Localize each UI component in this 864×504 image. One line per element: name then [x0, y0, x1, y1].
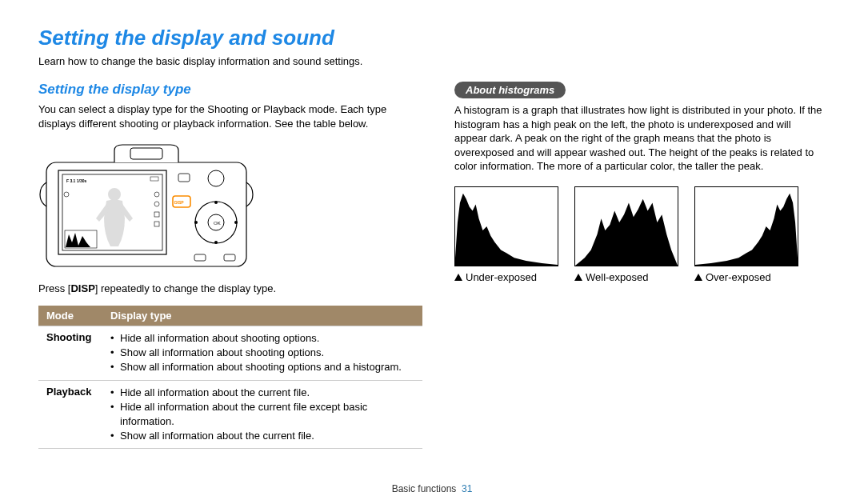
histogram-item: Well-exposed	[574, 186, 678, 283]
histogram-under-exposed	[454, 186, 558, 266]
triangle-icon	[694, 274, 702, 281]
table-head-mode: Mode	[38, 306, 102, 326]
left-column: Setting the display type You can select …	[38, 82, 422, 449]
table-item: Hide all information about the current f…	[110, 400, 414, 429]
svg-rect-20	[178, 174, 190, 182]
section-title: Setting the display type	[38, 82, 422, 98]
disp-key: DISP	[70, 282, 94, 294]
disp-button-label: DISP	[174, 200, 184, 205]
svg-point-12	[208, 170, 224, 186]
instruction-pre: Press [	[38, 282, 70, 294]
right-column: About histograms A histogram is a graph …	[454, 82, 826, 449]
table-item: Show all information about shooting opti…	[110, 346, 414, 360]
table-head-type: Display type	[102, 306, 422, 326]
histogram-caption: Well-exposed	[574, 271, 678, 283]
table-type-cell: Hide all information about shooting opti…	[102, 326, 422, 381]
svg-point-18	[234, 221, 238, 224]
histogram-over-exposed	[694, 186, 798, 266]
page-title: Setting the display and sound	[38, 26, 826, 50]
histogram-item: Over-exposed	[694, 186, 798, 283]
histogram-well-exposed	[574, 186, 678, 266]
histogram-caption: Over-exposed	[694, 271, 798, 283]
svg-text:OK: OK	[214, 221, 221, 226]
triangle-icon	[454, 274, 462, 281]
about-histograms-pill: About histograms	[454, 82, 566, 98]
histogram-caption: Under-exposed	[454, 271, 558, 283]
table-item: Hide all information about shooting opti…	[110, 331, 414, 346]
table-mode-cell: Playback	[38, 380, 102, 449]
svg-rect-1	[130, 148, 162, 159]
camera-illustration: F 3.1 1/30s OK	[38, 138, 254, 274]
instruction-post: ] repeatedly to change the display type.	[95, 282, 276, 294]
table-item: Show all information about the current f…	[110, 429, 414, 443]
svg-point-10	[108, 188, 121, 201]
svg-point-16	[214, 201, 218, 204]
lcd-status: F 3.1 1/30s	[66, 178, 87, 183]
footer-section: Basic functions	[392, 483, 457, 494]
table-mode-cell: Shooting	[38, 326, 102, 381]
intro-text: You can select a display type for the Sh…	[38, 102, 422, 130]
svg-rect-23	[224, 254, 235, 261]
display-type-table: Mode Display type Shooting Hide all info…	[38, 306, 422, 449]
table-item: Show all information about shooting opti…	[110, 360, 414, 374]
histogram-item: Under-exposed	[454, 186, 558, 283]
svg-rect-22	[194, 254, 206, 261]
table-item: Hide all information about the current f…	[110, 386, 414, 400]
page-footer: Basic functions 31	[0, 483, 864, 494]
table-type-cell: Hide all information about the current f…	[102, 380, 422, 449]
page-subtitle: Learn how to change the basic display in…	[38, 55, 826, 67]
triangle-icon	[574, 274, 582, 281]
svg-point-17	[214, 241, 218, 244]
histogram-body: A histogram is a graph that illustrates …	[454, 103, 826, 174]
footer-page-number: 31	[462, 483, 472, 494]
instruction-text: Press [DISP] repeatedly to change the di…	[38, 282, 422, 294]
svg-point-19	[194, 221, 198, 224]
